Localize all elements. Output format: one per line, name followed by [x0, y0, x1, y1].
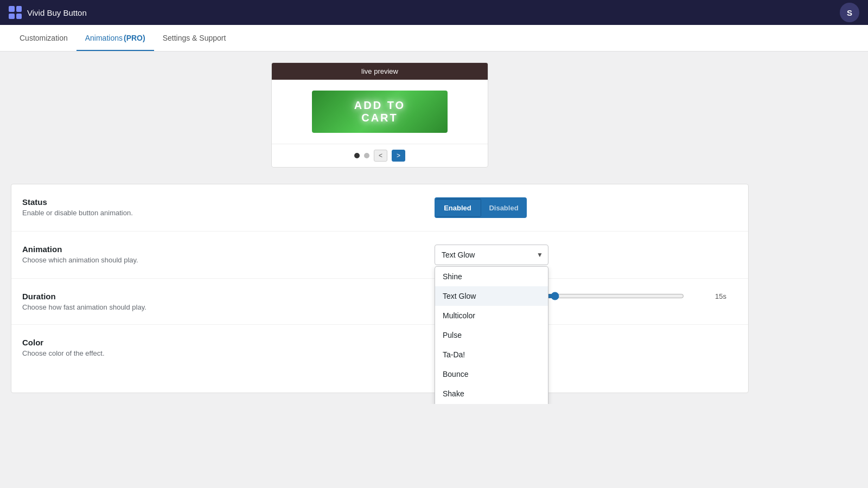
- duration-label-col: Duration Choose how fast animation shoul…: [22, 292, 435, 311]
- animation-dropdown-menu: Shine Text Glow Multicolor Pulse Ta-Da! …: [435, 266, 548, 404]
- status-description: Enable or disable button animation.: [22, 209, 424, 217]
- toggle-enabled-label: Enabled: [435, 200, 481, 216]
- color-label-col: Color Choose color of the effect.: [22, 338, 435, 357]
- status-label-col: Status Enable or disable button animatio…: [22, 197, 435, 217]
- app-icon-cell-4: [16, 14, 22, 20]
- duration-row: Duration Choose how fast animation shoul…: [11, 279, 748, 325]
- duration-title: Duration: [22, 292, 424, 301]
- dropdown-item-text-glow[interactable]: Text Glow: [435, 286, 548, 306]
- animation-select-wrapper: Text Glow ▼ Shine Text Glow Multicolor P…: [435, 245, 548, 265]
- duration-value: 15s: [715, 292, 726, 300]
- preview-dot-active: [354, 153, 360, 158]
- dropdown-item-tada[interactable]: Ta-Da!: [435, 345, 548, 364]
- preview-controls: < >: [272, 144, 488, 167]
- status-toggle-container: Enabled Disabled: [435, 197, 527, 218]
- color-title: Color: [22, 338, 424, 347]
- status-title: Status: [22, 197, 424, 207]
- preview-body: ADD TO CART: [272, 80, 488, 144]
- dropdown-item-multicolor[interactable]: Multicolor: [435, 306, 548, 325]
- dropdown-item-strong-shake[interactable]: Strong Shake: [435, 403, 548, 404]
- app-icon: [9, 6, 22, 19]
- settings-container: Status Enable or disable button animatio…: [11, 184, 749, 393]
- preview-next-button[interactable]: >: [392, 150, 405, 162]
- pro-badge: (PRO): [124, 34, 145, 42]
- dropdown-item-pulse[interactable]: Pulse: [435, 325, 548, 345]
- preview-prev-button[interactable]: <: [374, 150, 387, 162]
- color-row: Color Choose color of the effect.: [11, 325, 748, 393]
- status-control-col: Enabled Disabled: [435, 197, 737, 218]
- preview-button[interactable]: ADD TO CART: [312, 91, 448, 133]
- animation-row: Animation Choose which animation should …: [11, 232, 748, 279]
- nav-tabs: Customization Animations(PRO) Settings &…: [0, 25, 868, 52]
- toggle-disabled-label: Disabled: [481, 200, 527, 216]
- animation-description: Choose which animation should play.: [22, 256, 424, 264]
- user-avatar[interactable]: S: [840, 3, 859, 22]
- app-branding: Vivid Buy Button: [9, 6, 87, 19]
- preview-dot-inactive: [364, 153, 369, 158]
- app-icon-cell-1: [9, 6, 15, 12]
- preview-card: live preview ADD TO CART < >: [271, 62, 488, 168]
- dropdown-item-shine[interactable]: Shine: [435, 267, 548, 286]
- animation-label-col: Animation Choose which animation should …: [22, 245, 435, 264]
- tab-customization-label: Customization: [20, 34, 68, 42]
- tab-settings[interactable]: Settings & Support: [154, 25, 235, 51]
- dropdown-item-shake[interactable]: Shake: [435, 384, 548, 403]
- tab-animations[interactable]: Animations(PRO): [76, 25, 154, 51]
- tab-customization[interactable]: Customization: [11, 25, 76, 51]
- main-content: live preview ADD TO CART < > Status Enab…: [0, 52, 760, 404]
- tab-settings-label: Settings & Support: [163, 34, 226, 42]
- top-bar: Vivid Buy Button S: [0, 0, 868, 25]
- tab-animations-label: Animations: [85, 34, 123, 42]
- color-description: Choose color of the effect.: [22, 349, 424, 357]
- animation-title: Animation: [22, 245, 424, 254]
- app-icon-cell-2: [16, 6, 22, 12]
- status-row: Status Enable or disable button animatio…: [11, 184, 748, 232]
- animation-control-col: Text Glow ▼ Shine Text Glow Multicolor P…: [435, 245, 737, 265]
- app-title: Vivid Buy Button: [27, 8, 87, 17]
- app-icon-cell-3: [9, 14, 15, 20]
- animation-select[interactable]: Text Glow: [435, 245, 548, 265]
- duration-description: Choose how fast animation should play.: [22, 303, 424, 311]
- dropdown-item-bounce[interactable]: Bounce: [435, 364, 548, 384]
- preview-header: live preview: [272, 63, 488, 80]
- status-toggle[interactable]: Enabled Disabled: [435, 197, 527, 218]
